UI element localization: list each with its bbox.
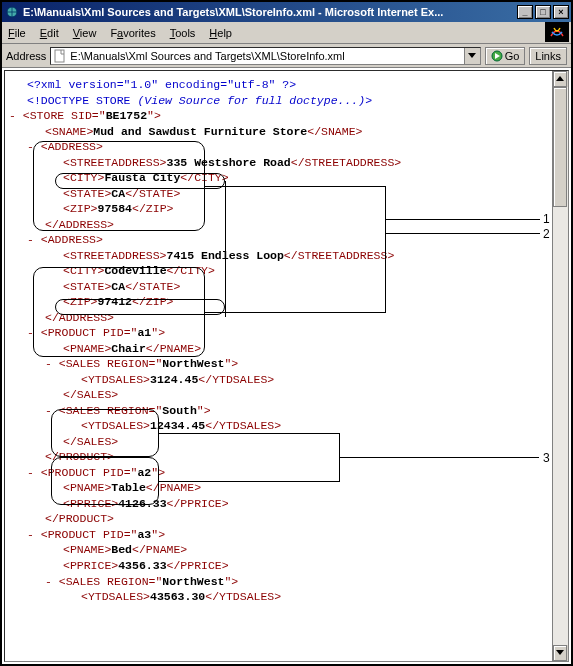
- state2-text: CA: [111, 280, 125, 293]
- window-buttons: _ □ ×: [517, 5, 569, 19]
- ytd2-open: <YTDSALES>: [81, 419, 150, 432]
- street2-text: 7415 Endless Loop: [167, 249, 284, 262]
- pname2-close: </PNAME>: [146, 481, 201, 494]
- street1-open: <STREETADDRESS>: [63, 156, 167, 169]
- address1-open: <ADDRESS>: [41, 140, 103, 153]
- sales2-open: <SALES REGION=": [59, 404, 163, 417]
- menu-file[interactable]: File: [8, 27, 26, 39]
- collapse-toggle[interactable]: -: [45, 404, 59, 417]
- svg-rect-2: [55, 50, 64, 62]
- product1-close: </PRODUCT>: [45, 450, 114, 463]
- sales1-close: </SALES>: [63, 388, 118, 401]
- product2-open-end: ">: [151, 466, 165, 479]
- product2-close: </PRODUCT>: [45, 512, 114, 525]
- address-dropdown-button[interactable]: [464, 48, 480, 64]
- menu-tools[interactable]: Tools: [170, 27, 196, 39]
- xml-doctype-comment: (View Source for full doctype...): [137, 94, 365, 107]
- zip1-text: 97584: [98, 202, 133, 215]
- menu-favorites[interactable]: Favorites: [110, 27, 155, 39]
- menu-view[interactable]: View: [73, 27, 97, 39]
- ie-icon: [4, 4, 20, 20]
- street1-close: </STREETADDRESS>: [291, 156, 401, 169]
- product3-open-end: ">: [151, 528, 165, 541]
- xml-doctype-pre: <!DOCTYPE STORE: [27, 94, 137, 107]
- pname1-text: Chair: [111, 342, 146, 355]
- titlebar: E:\Manuals\Xml Sources and Targets\XML\S…: [2, 2, 571, 22]
- ytd3-open: <YTDSALES>: [81, 590, 150, 603]
- zip1-open: <ZIP>: [63, 202, 98, 215]
- pname2-open: <PNAME>: [63, 481, 111, 494]
- window-title: E:\Manuals\Xml Sources and Targets\XML\S…: [23, 6, 517, 18]
- zip2-close: </ZIP>: [132, 295, 173, 308]
- sales1-region: NorthWest: [162, 357, 224, 370]
- pname3-open: <PNAME>: [63, 543, 111, 556]
- collapse-toggle[interactable]: -: [27, 326, 41, 339]
- state2-close: </STATE>: [125, 280, 180, 293]
- minimize-button[interactable]: _: [517, 5, 533, 19]
- product2-open: <PRODUCT PID=": [41, 466, 138, 479]
- pprice3-open: <PPRICE>: [63, 559, 118, 572]
- sales3-region: NorthWest: [162, 575, 224, 588]
- address-bar: Address E:\Manuals\Xml Sources and Targe…: [2, 44, 571, 68]
- pprice2-open: <PPRICE>: [63, 497, 118, 510]
- pprice2-close: </PPRICE>: [167, 497, 229, 510]
- address-input[interactable]: E:\Manuals\Xml Sources and Targets\XML\S…: [50, 47, 480, 65]
- pname3-close: </PNAME>: [132, 543, 187, 556]
- ytd1-close: </YTDSALES>: [198, 373, 274, 386]
- street2-open: <STREETADDRESS>: [63, 249, 167, 262]
- collapse-toggle[interactable]: -: [45, 357, 59, 370]
- scroll-thumb[interactable]: [553, 87, 567, 207]
- xml-pi: <?xml version="1.0" encoding="utf-8" ?>: [27, 78, 296, 91]
- collapse-toggle[interactable]: -: [9, 109, 23, 122]
- city1-close: </CITY>: [180, 171, 228, 184]
- scroll-down-button[interactable]: [553, 645, 567, 661]
- product3-open: <PRODUCT PID=": [41, 528, 138, 541]
- ytd3-close: </YTDSALES>: [205, 590, 281, 603]
- scroll-track[interactable]: [553, 87, 568, 645]
- close-button[interactable]: ×: [553, 5, 569, 19]
- collapse-toggle[interactable]: -: [45, 575, 59, 588]
- pname2-text: Table: [111, 481, 146, 494]
- state1-open: <STATE>: [63, 187, 111, 200]
- pprice3-close: </PPRICE>: [167, 559, 229, 572]
- street1-text: 335 Westshore Road: [167, 156, 291, 169]
- go-button[interactable]: Go: [485, 47, 526, 65]
- collapse-toggle[interactable]: -: [27, 466, 41, 479]
- zip2-text: 97412: [98, 295, 133, 308]
- street2-close: </STREETADDRESS>: [284, 249, 394, 262]
- vertical-scrollbar[interactable]: [552, 71, 568, 661]
- ie-logo-icon: [545, 22, 569, 42]
- city2-text: Codeville: [104, 264, 166, 277]
- city1-text: Fausta City: [104, 171, 180, 184]
- sales2-close: </SALES>: [63, 435, 118, 448]
- links-button[interactable]: Links: [529, 47, 567, 65]
- ytd2-text: 12434.45: [150, 419, 205, 432]
- collapse-toggle[interactable]: -: [27, 140, 41, 153]
- state1-close: </STATE>: [125, 187, 180, 200]
- sales3-open-end: ">: [224, 575, 238, 588]
- menu-edit[interactable]: Edit: [40, 27, 59, 39]
- product3-pid: a3: [137, 528, 151, 541]
- sname-text: Mud and Sawdust Furniture Store: [93, 125, 307, 138]
- sales2-region: South: [162, 404, 197, 417]
- product2-pid: a2: [137, 466, 151, 479]
- state1-text: CA: [111, 187, 125, 200]
- ytd1-open: <YTDSALES>: [81, 373, 150, 386]
- maximize-button[interactable]: □: [535, 5, 551, 19]
- sname-close: </SNAME>: [307, 125, 362, 138]
- scroll-up-button[interactable]: [553, 71, 567, 87]
- xml-tree: <?xml version="1.0" encoding="utf-8" ?> …: [5, 71, 568, 611]
- zip1-close: </ZIP>: [132, 202, 173, 215]
- collapse-toggle[interactable]: -: [27, 528, 41, 541]
- product1-open: <PRODUCT PID=": [41, 326, 138, 339]
- sales1-open-end: ">: [224, 357, 238, 370]
- xml-doctype-post: >: [365, 94, 372, 107]
- address1-close: </ADDRESS>: [45, 218, 114, 231]
- menubar: File Edit View Favorites Tools Help: [2, 22, 571, 44]
- content-area: <?xml version="1.0" encoding="utf-8" ?> …: [4, 70, 569, 662]
- collapse-toggle[interactable]: -: [27, 233, 41, 246]
- ytd3-text: 43563.30: [150, 590, 205, 603]
- sales1-open: <SALES REGION=": [59, 357, 163, 370]
- zip2-open: <ZIP>: [63, 295, 98, 308]
- menu-help[interactable]: Help: [209, 27, 232, 39]
